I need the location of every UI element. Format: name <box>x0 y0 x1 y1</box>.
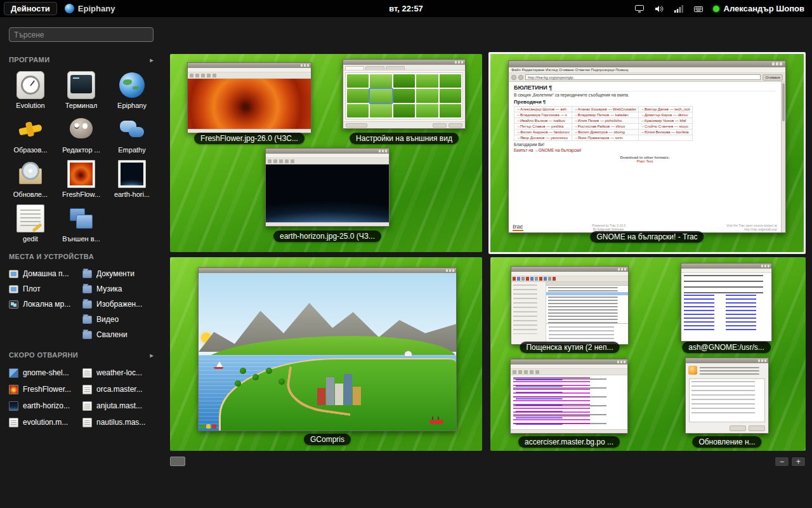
app-appearance[interactable]: Външен в... <box>56 204 106 243</box>
recent-weather-loc[interactable]: weather-loc... <box>82 364 159 381</box>
browser-menubar: Файл Редактиране Изглед Отиване Отметки … <box>509 67 785 73</box>
recent-label: gnome-shel... <box>23 368 69 377</box>
keyboard-icon[interactable] <box>693 4 704 13</box>
recent-gnome-shell[interactable]: gnome-shel... <box>9 364 82 381</box>
app-gcompris[interactable]: Образов... <box>6 116 55 154</box>
workspace-1[interactable]: FreshFlower.jpg-26.0 (ЧЗС... Настройки н… <box>170 54 482 252</box>
recent-label: orca.master... <box>96 385 143 394</box>
clock[interactable]: вт, 22:57 <box>389 4 423 13</box>
window-titlebar <box>266 149 389 154</box>
workspace-2-active[interactable]: Файл Редактиране Изглед Отиване Отметки … <box>488 52 806 254</box>
place-local-network[interactable]: Локална мр... <box>9 297 82 312</box>
expand-arrow-icon[interactable]: ▸ <box>150 57 154 64</box>
window-appearance-settings[interactable] <box>343 59 466 129</box>
app-grid: Evolution Терминал Epiphany Образов... Р… <box>5 71 157 243</box>
activities-button[interactable]: Дейности <box>4 2 57 15</box>
place-downloads[interactable]: Свалени <box>82 327 159 342</box>
window-label-mail: Пощенска кутия (2 неп... <box>520 342 619 353</box>
window-update-manager[interactable] <box>685 358 769 434</box>
add-workspace-button[interactable]: + <box>791 457 806 467</box>
plane-icon <box>16 116 44 144</box>
app-empathy[interactable]: Empathy <box>107 116 157 154</box>
place-documents[interactable]: Документи <box>82 266 159 281</box>
update-list <box>689 378 765 422</box>
app-evolution[interactable]: Evolution <box>6 71 55 109</box>
place-home[interactable]: Домашна п... <box>9 266 82 281</box>
document-file-icon <box>82 368 92 378</box>
window-freshflower-viewer[interactable] <box>187 62 311 133</box>
notepad-icon <box>16 204 44 232</box>
recent-evolution[interactable]: evolution.m... <box>9 414 82 431</box>
software-update-icon <box>16 160 44 188</box>
app-gedit[interactable]: gedit <box>6 204 55 243</box>
place-pictures[interactable]: Изображен... <box>82 297 159 312</box>
app-updates[interactable]: Обновле... <box>6 160 55 198</box>
app-epiphany[interactable]: Epiphany <box>107 71 157 109</box>
network-signal-icon[interactable] <box>674 4 684 13</box>
tree <box>240 368 246 374</box>
app-freshflower[interactable]: FreshFlow... <box>56 160 106 198</box>
recent-earth-horizon[interactable]: earth-horizo... <box>9 398 82 414</box>
back-icon <box>511 75 516 80</box>
recent-label: earth-horizo... <box>23 401 70 410</box>
window-terminal[interactable] <box>681 263 772 342</box>
workspace-3[interactable]: GCompris <box>170 257 482 451</box>
mail-toolbar <box>511 276 628 282</box>
user-menu[interactable]: Александър Шопов <box>713 4 804 13</box>
app-terminal[interactable]: Терминал <box>56 71 106 109</box>
user-name: Александър Шопов <box>724 4 804 13</box>
browser-toolbar: http://fsa-bg.org/project/gtp Отиване <box>509 73 785 82</box>
recent-freshflower[interactable]: FreshFlower... <box>9 381 82 398</box>
recent-nautilus[interactable]: nautilus.mas... <box>82 414 159 431</box>
app-menu[interactable]: Epiphany <box>65 4 115 13</box>
terminal-icon <box>67 71 95 99</box>
red-ship <box>429 420 443 424</box>
window-po-editor[interactable] <box>510 359 628 434</box>
place-label: Плот <box>23 284 41 293</box>
recent-orca[interactable]: orca.master... <box>82 381 159 398</box>
image-file-icon <box>9 401 18 411</box>
workspace-4[interactable]: Пощенска кутия (2 неп... ash@GNOME:/usr/… <box>490 257 806 451</box>
sailboat-hull <box>214 367 223 369</box>
recent-label: evolution.m... <box>23 418 68 427</box>
recent-anjuta[interactable]: anjuta.mast... <box>82 398 159 414</box>
app-gimp[interactable]: Редактор ... <box>56 116 106 154</box>
message-preview <box>546 323 628 344</box>
place-desktop[interactable]: Плот <box>9 281 82 297</box>
terminal-output <box>681 273 771 341</box>
search-input[interactable] <box>9 27 154 42</box>
top-panel: Дейности Epiphany вт, 22:57 Александър Ш… <box>0 0 812 17</box>
trac-logo: trac <box>513 224 523 231</box>
app-label: gedit <box>23 235 38 243</box>
evolution-icon <box>16 71 44 99</box>
volume-icon[interactable] <box>654 4 664 13</box>
app-label: Evolution <box>16 102 44 109</box>
app-earth-horizon[interactable]: earth-hori... <box>107 160 157 198</box>
window-gcompris[interactable] <box>198 267 457 431</box>
window-label-updates: Обновление н... <box>692 436 761 448</box>
scrollbar[interactable] <box>781 82 785 232</box>
globe-icon <box>118 71 146 99</box>
display-icon[interactable] <box>634 4 645 13</box>
place-videos[interactable]: Видео <box>82 312 159 327</box>
app-label: Терминал <box>65 102 98 109</box>
go-button: Отиване <box>763 74 783 81</box>
window-evolution-mail[interactable] <box>511 266 629 345</box>
window-toolbar <box>188 72 311 79</box>
places-section-header: МЕСТА И УСТРОЙСТВА <box>9 253 154 260</box>
place-music[interactable]: Музика <box>82 281 159 297</box>
window-epiphany-trac[interactable]: Файл Редактиране Изглед Отиване Отметки … <box>508 60 786 233</box>
folder-icon <box>82 270 92 278</box>
window-toolbar <box>266 158 389 164</box>
dialog-buttons <box>343 121 465 128</box>
window-label-freshflower: FreshFlower.jpg-26.0 (ЧЗС... <box>194 133 304 144</box>
workspace-indicator[interactable] <box>170 457 185 466</box>
expand-arrow-icon[interactable]: ▸ <box>150 352 154 359</box>
folder-icon <box>82 300 92 309</box>
window-earth-horizon-viewer[interactable] <box>265 148 390 227</box>
window-titlebar <box>343 60 465 65</box>
thanks-text: Благодарим Ви! <box>514 142 776 147</box>
window-menubar <box>511 364 627 369</box>
remove-workspace-button[interactable]: − <box>775 457 789 467</box>
document-file-icon <box>9 418 18 427</box>
